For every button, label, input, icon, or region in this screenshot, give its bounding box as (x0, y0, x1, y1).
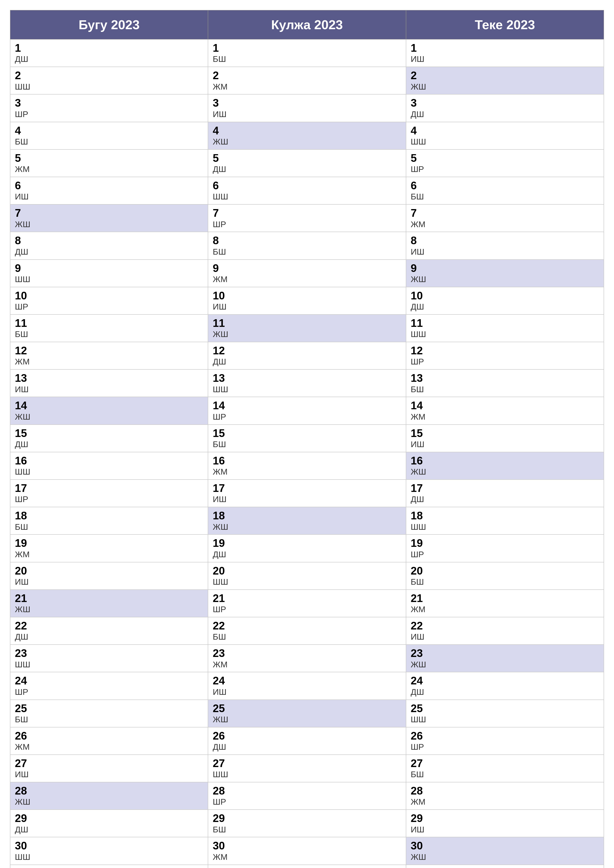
day-label: ШР (411, 549, 599, 560)
day-cell: 30 ЖМ (208, 837, 406, 865)
day-cell: 8 БШ (208, 232, 406, 259)
day-label: ДШ (213, 356, 401, 367)
day-number: 8 (15, 234, 203, 246)
header-month-1: Бугу 2023 (10, 10, 208, 39)
day-label: ЖМ (213, 467, 401, 477)
day-label: ДШ (15, 54, 203, 64)
day-number: 14 (213, 400, 401, 411)
day-number: 27 (213, 757, 401, 769)
day-cell: 11 ЖШ (208, 315, 406, 342)
day-label: ШШ (213, 384, 401, 394)
day-cell: 6 ИШ (10, 177, 208, 205)
day-number: 11 (411, 317, 599, 329)
day-number: 13 (213, 372, 401, 384)
day-number: 25 (15, 702, 203, 715)
day-cell: 17 ДШ (406, 479, 604, 507)
day-number: 23 (15, 647, 203, 659)
day-number: 28 (213, 785, 401, 797)
day-number: 15 (213, 427, 401, 439)
day-number: 5 (15, 152, 203, 164)
day-number: 20 (411, 565, 599, 577)
day-cell: 5 ШР (406, 149, 604, 177)
day-number: 1 (15, 42, 203, 54)
day-number: 25 (411, 702, 599, 715)
day-number: 6 (15, 180, 203, 192)
day-cell: 20 ИШ (10, 562, 208, 590)
day-cell: 2 ЖМ (208, 67, 406, 94)
day-cell: 26 ДШ (208, 727, 406, 755)
day-cell: 13 ШШ (208, 369, 406, 397)
day-cell: 19 ДШ (208, 535, 406, 562)
day-number: 13 (15, 372, 203, 384)
day-label: ШШ (411, 329, 599, 339)
day-label: ЖМ (411, 797, 599, 807)
day-cell: 21 ЖШ (10, 590, 208, 617)
day-label: ИШ (15, 769, 203, 780)
day-number: 24 (15, 675, 203, 687)
day-cell: 4 ШШ (406, 122, 604, 149)
day-label: БШ (411, 192, 599, 202)
day-label: ШР (411, 164, 599, 174)
day-cell: 17 ИШ (208, 479, 406, 507)
day-label: ШШ (213, 577, 401, 587)
day-number: 23 (411, 647, 599, 659)
day-label: ШШ (213, 192, 401, 202)
day-cell: 28 ЖШ (10, 782, 208, 810)
day-cell: 4 БШ (10, 122, 208, 149)
day-number: 1 (213, 42, 401, 54)
day-label: ЖМ (15, 356, 203, 367)
day-cell: 18 БШ (10, 507, 208, 535)
day-cell: 27 БШ (406, 755, 604, 782)
day-cell: 15 ДШ (10, 425, 208, 452)
day-label: ИШ (411, 439, 599, 450)
day-label: ШР (15, 109, 203, 119)
day-number: 10 (411, 290, 599, 302)
day-cell: 23 ШШ (10, 645, 208, 672)
day-cell: 24 ИШ (208, 672, 406, 699)
day-number: 12 (411, 345, 599, 356)
day-label: ДШ (15, 825, 203, 835)
day-cell: 3 ДШ (406, 94, 604, 122)
day-label: ШР (411, 742, 599, 752)
day-label: ДШ (411, 687, 599, 697)
day-cell: 10 ИШ (208, 287, 406, 315)
day-cell: 18 ШШ (406, 507, 604, 535)
day-cell: 1 ДШ (10, 39, 208, 67)
day-label: ИШ (411, 632, 599, 642)
day-cell: 10 ШР (10, 287, 208, 315)
day-cell: 28 ШР (208, 782, 406, 810)
day-cell: 17 ШР (10, 479, 208, 507)
day-cell: 23 ЖШ (406, 645, 604, 672)
day-label: ЖШ (213, 522, 401, 532)
day-label: ШШ (15, 274, 203, 284)
day-number: 28 (15, 785, 203, 797)
day-cell: 7 ЖШ (10, 205, 208, 232)
day-cell: 29 ДШ (10, 810, 208, 837)
day-label: БШ (213, 54, 401, 64)
day-number: 18 (15, 510, 203, 522)
day-label: ЖМ (213, 659, 401, 670)
day-number: 2 (15, 70, 203, 81)
day-number: 12 (213, 345, 401, 356)
day-cell: 14 ЖШ (10, 397, 208, 424)
day-number: 5 (411, 152, 599, 164)
day-number: 3 (411, 97, 599, 109)
day-label: ИШ (213, 302, 401, 312)
day-label: ЖШ (213, 329, 401, 339)
day-cell: 26 ЖМ (10, 727, 208, 755)
day-cell: 12 ДШ (208, 342, 406, 369)
day-cell: 13 БШ (406, 369, 604, 397)
day-number: 8 (213, 234, 401, 246)
day-label: ДШ (411, 109, 599, 119)
day-cell: 24 ДШ (406, 672, 604, 699)
day-cell: 5 ДШ (208, 149, 406, 177)
day-label: ШШ (411, 715, 599, 724)
day-cell: 11 БШ (10, 315, 208, 342)
day-label: ШР (213, 604, 401, 614)
day-label: ЖМ (213, 852, 401, 862)
day-number: 11 (213, 317, 401, 329)
day-cell: 10 ДШ (406, 287, 604, 315)
day-number: 29 (411, 812, 599, 824)
day-cell: 30 ШШ (10, 837, 208, 865)
day-label: ЖШ (15, 797, 203, 807)
